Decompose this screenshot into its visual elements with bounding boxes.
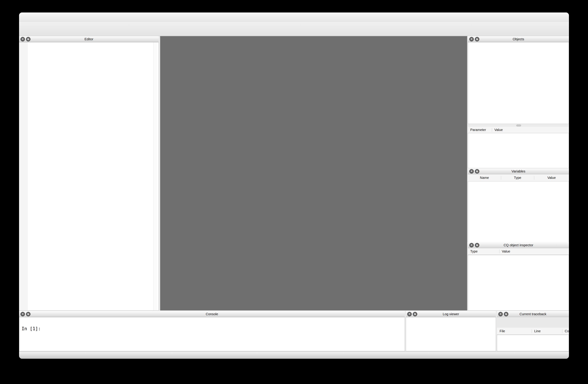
console-prompt: In [1]: <box>21 326 41 331</box>
objects-panel-header: ✕ ⧉ Objects <box>468 36 569 42</box>
type-column-label: Type <box>501 176 534 180</box>
line-number-gutter <box>19 42 28 310</box>
parameter-column-label: Parameter <box>468 128 492 132</box>
traceback-table[interactable] <box>497 335 569 351</box>
variables-table[interactable] <box>468 181 569 242</box>
status-bar <box>19 352 569 359</box>
console-panel-title: Console <box>19 312 405 316</box>
objects-panel-title: Objects <box>468 37 569 41</box>
editor-panel-title: Editor <box>19 37 159 41</box>
inspector-panel-title: CQ object inspector <box>468 243 569 247</box>
inspector-table[interactable] <box>468 255 569 310</box>
value-column-label: Value <box>499 249 510 253</box>
inspector-table-header: Type Value <box>468 248 569 255</box>
toolbar <box>19 21 569 36</box>
log-panel-header: ✕ ⧉ Log viewer <box>406 311 496 317</box>
app-window: ✕ ⧉ Editor ✕ ⧉ Objects Parameter Value ✕… <box>19 13 569 359</box>
variables-table-header: Name Type Value <box>468 174 569 181</box>
code-column-label: Co <box>562 329 569 333</box>
titlebar[interactable] <box>19 13 569 21</box>
log-viewer[interactable] <box>406 317 496 351</box>
editor-panel-header: ✕ ⧉ Editor <box>19 36 159 42</box>
line-column-label: Line <box>532 329 562 333</box>
parameter-table-header: Parameter Value <box>468 127 569 133</box>
traceback-panel-title: Current traceback <box>497 312 569 316</box>
log-panel-title: Log viewer <box>406 312 496 316</box>
editor-scrollbar[interactable] <box>153 42 157 310</box>
inspector-panel-header: ✕ ⧉ CQ object inspector <box>468 242 569 248</box>
value-column-label: Value <box>534 176 569 180</box>
3d-viewport[interactable] <box>160 36 467 310</box>
objects-tree <box>468 42 569 124</box>
name-column-label: Name <box>468 176 501 180</box>
variables-panel-header: ✕ ⧉ Variables <box>468 168 569 174</box>
minimize-window-button[interactable] <box>31 15 35 19</box>
console-panel-header: ✕ ⧉ Console <box>19 311 405 317</box>
code-editor[interactable] <box>19 42 159 310</box>
objects-splitter[interactable] <box>468 124 569 127</box>
parameter-table[interactable] <box>468 133 569 168</box>
3d-scene <box>160 36 467 311</box>
console[interactable]: In [1]: <box>19 317 405 351</box>
traceback-panel-header: ✕ ⧉ Current traceback <box>497 311 569 317</box>
close-window-button[interactable] <box>24 15 28 19</box>
value-column-label: Value <box>492 128 503 132</box>
traceback-table-header: File Line Co <box>497 328 569 335</box>
zoom-window-button[interactable] <box>37 15 41 19</box>
variables-panel-title: Variables <box>468 169 569 173</box>
type-column-label: Type <box>468 249 499 253</box>
file-column-label: File <box>497 329 532 333</box>
